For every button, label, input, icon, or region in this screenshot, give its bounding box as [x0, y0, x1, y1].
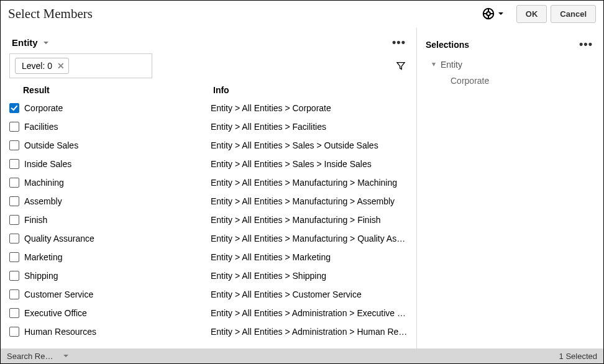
row-name: Human Resources — [24, 327, 211, 337]
cancel-button[interactable]: Cancel — [551, 5, 596, 23]
row-checkbox[interactable] — [9, 159, 19, 169]
row-name: Customer Service — [24, 289, 211, 299]
filter-box[interactable]: Level: 0 ✕ — [9, 53, 152, 78]
row-info: Entity > All Entities > Manufacturing > … — [211, 178, 408, 188]
row-name: Inside Sales — [24, 159, 211, 169]
selections-more-menu[interactable]: ••• — [577, 38, 595, 51]
row-name: Executive Office — [24, 308, 211, 318]
list-item[interactable]: ShippingEntity > All Entities > Shipping — [1, 266, 416, 285]
members-list[interactable]: CorporateEntity > All Entities > Corpora… — [1, 99, 416, 348]
column-headers: Result Info — [1, 81, 416, 99]
filter-chip-level[interactable]: Level: 0 ✕ — [15, 58, 69, 74]
col-header-info: Info — [213, 85, 408, 95]
row-info: Entity > All Entities > Manufacturing > … — [211, 196, 408, 206]
list-item[interactable]: Outside SalesEntity > All Entities > Sal… — [1, 136, 416, 155]
row-info: Entity > All Entities > Customer Service — [211, 289, 408, 299]
row-name: Outside Sales — [24, 140, 211, 150]
row-name: Facilities — [24, 122, 211, 132]
selection-children: Corporate — [426, 73, 595, 88]
selections-heading: Selections — [426, 40, 469, 50]
list-item[interactable]: MachiningEntity > All Entities > Manufac… — [1, 173, 416, 192]
footer-bar: Search Res… 1 Selected — [1, 348, 603, 363]
row-info: Entity > All Entities > Manufacturing > … — [211, 234, 408, 243]
members-more-menu[interactable]: ••• — [390, 36, 408, 49]
row-name: Shipping — [24, 271, 211, 281]
row-name: Machining — [24, 178, 211, 188]
selection-tree-root[interactable]: Entity — [426, 57, 595, 73]
row-info: Entity > All Entities > Manufacturing > … — [211, 215, 408, 225]
footer-tab-label: Search Res… — [7, 352, 57, 361]
remove-chip-icon[interactable]: ✕ — [57, 61, 65, 71]
row-checkbox[interactable] — [9, 196, 19, 206]
row-checkbox[interactable] — [9, 103, 19, 113]
footer-selected-count: 1 Selected — [559, 352, 597, 361]
col-header-result: Result — [23, 85, 213, 95]
list-item[interactable]: Inside SalesEntity > All Entities > Sale… — [1, 155, 416, 173]
chevron-down-icon — [63, 352, 69, 361]
row-info: Entity > All Entities > Corporate — [211, 103, 408, 113]
filter-icon[interactable] — [394, 61, 408, 71]
list-item[interactable]: Customer ServiceEntity > All Entities > … — [1, 285, 416, 304]
row-checkbox[interactable] — [9, 271, 19, 281]
row-info: Entity > All Entities > Administration >… — [211, 327, 408, 337]
dialog-title: Select Members — [8, 6, 93, 22]
list-item[interactable]: FacilitiesEntity > All Entities > Facili… — [1, 117, 416, 136]
filter-row: Level: 0 ✕ — [1, 53, 416, 81]
row-name: Assembly — [24, 196, 211, 206]
row-checkbox[interactable] — [9, 122, 19, 132]
filter-chip-label: Level: 0 — [22, 61, 52, 71]
members-pane: Entity ••• Level: 0 ✕ — [1, 28, 417, 348]
list-item[interactable]: Quality AssuranceEntity > All Entities >… — [1, 229, 416, 248]
dimension-name: Entity — [12, 37, 38, 48]
row-info: Entity > All Entities > Sales > Outside … — [211, 140, 408, 150]
list-item[interactable]: Human ResourcesEntity > All Entities > A… — [1, 322, 416, 341]
row-info: Entity > All Entities > Facilities — [211, 122, 408, 132]
row-info: Entity > All Entities > Sales > Inside S… — [211, 159, 408, 169]
selections-header: Selections ••• — [426, 33, 595, 57]
row-checkbox[interactable] — [9, 215, 19, 225]
row-checkbox[interactable] — [9, 289, 19, 299]
row-name: Marketing — [24, 252, 211, 262]
dialog-header: Select Members OK Cancel — [1, 1, 603, 28]
list-item[interactable]: FinishEntity > All Entities > Manufactur… — [1, 211, 416, 229]
row-checkbox[interactable] — [9, 327, 19, 337]
dimension-row: Entity ••• — [1, 28, 416, 53]
help-dropdown-caret[interactable] — [498, 11, 504, 17]
row-checkbox[interactable] — [9, 140, 19, 150]
row-info: Entity > All Entities > Marketing — [211, 252, 408, 262]
row-checkbox[interactable] — [9, 252, 19, 262]
row-name: Corporate — [24, 103, 211, 113]
dimension-selector[interactable]: Entity — [9, 35, 55, 50]
select-members-dialog: Select Members OK Cancel Entity ••• — [0, 0, 604, 364]
selections-pane: Selections ••• Entity Corporate — [417, 28, 603, 348]
list-item[interactable]: CorporateEntity > All Entities > Corpora… — [1, 99, 416, 117]
chevron-down-icon — [43, 37, 49, 48]
list-item[interactable]: Executive OfficeEntity > All Entities > … — [1, 304, 416, 322]
list-item[interactable]: AssemblyEntity > All Entities > Manufact… — [1, 192, 416, 211]
row-info: Entity > All Entities > Administration >… — [211, 308, 408, 318]
row-checkbox[interactable] — [9, 308, 19, 318]
row-checkbox[interactable] — [9, 178, 19, 188]
list-item[interactable]: MarketingEntity > All Entities > Marketi… — [1, 248, 416, 266]
dialog-body: Entity ••• Level: 0 ✕ — [1, 28, 603, 348]
help-icon[interactable] — [482, 7, 495, 20]
row-info: Entity > All Entities > Shipping — [211, 271, 408, 281]
ok-button[interactable]: OK — [516, 5, 547, 23]
tree-collapse-icon — [431, 60, 437, 70]
row-checkbox[interactable] — [9, 234, 19, 243]
svg-point-1 — [487, 12, 490, 16]
selection-root-label: Entity — [441, 60, 462, 70]
row-name: Quality Assurance — [24, 234, 211, 243]
footer-tab[interactable]: Search Res… — [7, 352, 69, 361]
selection-item[interactable]: Corporate — [426, 73, 595, 88]
row-name: Finish — [24, 215, 211, 225]
